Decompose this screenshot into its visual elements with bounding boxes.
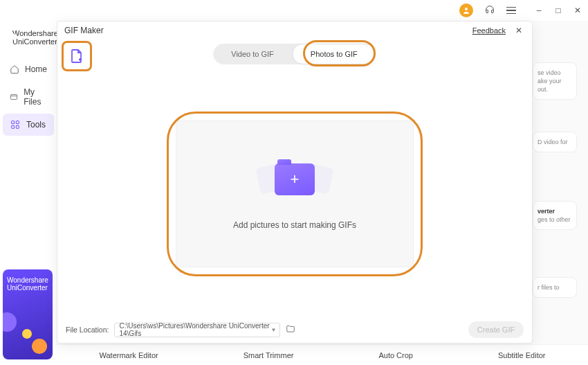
- modal-footer: File Location: C:\Users\ws\Pictures\Wond…: [57, 317, 532, 343]
- gif-maker-modal: GIF Maker Feedback ✕ Video to GIF Photos…: [57, 21, 533, 344]
- sidebar: Wondershare UniConverter Home My Files T…: [0, 21, 57, 365]
- maximize-button[interactable]: □: [553, 6, 563, 15]
- file-plus-icon: [68, 48, 85, 64]
- files-icon: [10, 91, 18, 103]
- close-window-button[interactable]: ✕: [573, 6, 582, 15]
- svg-rect-2: [12, 121, 15, 124]
- minimize-button[interactable]: –: [534, 6, 544, 15]
- svg-rect-4: [12, 125, 15, 128]
- modal-close-button[interactable]: ✕: [515, 26, 525, 35]
- home-icon: [10, 64, 19, 75]
- add-file-button[interactable]: [62, 41, 92, 71]
- brand-text: Wondershare UniConverter: [12, 29, 58, 46]
- feedback-link[interactable]: Feedback: [472, 26, 506, 35]
- user-icon: [462, 6, 470, 15]
- svg-rect-3: [16, 121, 19, 124]
- tool-auto-crop[interactable]: Auto Crop: [378, 351, 413, 359]
- bg-card: se video ake your out.: [533, 62, 577, 100]
- titlebar: – □ ✕: [0, 0, 588, 21]
- tools-icon: [10, 119, 21, 130]
- browse-folder-button[interactable]: [286, 324, 295, 336]
- nav-tools[interactable]: Tools: [3, 114, 54, 136]
- chevron-down-icon[interactable]: ▼: [271, 327, 277, 333]
- tool-subtitle-editor[interactable]: Subtitle Editor: [498, 351, 545, 359]
- nav-label: Home: [25, 64, 47, 74]
- file-location-label: File Location:: [66, 326, 109, 334]
- nav-home[interactable]: Home: [3, 58, 54, 80]
- brand: Wondershare UniConverter: [3, 26, 54, 48]
- bottom-tools-strip: Watermark Editor Smart Trimmer Auto Crop…: [57, 344, 588, 365]
- svg-rect-1: [11, 94, 17, 99]
- folder-illustration: [264, 158, 326, 206]
- nav-label: Tools: [26, 120, 46, 130]
- svg-point-0: [465, 8, 468, 10]
- bg-card: D video for: [533, 132, 577, 152]
- tab-video-to-gif[interactable]: Video to GIF: [213, 44, 292, 64]
- drop-text: Add pictures to start making GIFs: [233, 220, 356, 230]
- svg-rect-5: [16, 125, 19, 128]
- drop-area-highlight: Add pictures to start making GIFs: [167, 112, 423, 276]
- nav-myfiles[interactable]: My Files: [3, 82, 54, 112]
- modal-title: GIF Maker: [64, 26, 104, 35]
- nav-label: My Files: [24, 87, 47, 107]
- tool-watermark[interactable]: Watermark Editor: [100, 351, 158, 359]
- menu-icon[interactable]: [506, 7, 516, 15]
- bg-card: verterges to other: [533, 201, 577, 230]
- promo-banner[interactable]: Wondershare UniConverter: [3, 269, 53, 359]
- create-gif-button: Create GIF: [468, 321, 524, 338]
- file-location-input[interactable]: C:\Users\ws\Pictures\Wondershare UniConv…: [114, 323, 280, 337]
- bg-card: r files to: [533, 277, 577, 298]
- support-icon[interactable]: [484, 4, 495, 17]
- tool-smart-trimmer[interactable]: Smart Trimmer: [244, 351, 294, 359]
- drop-area[interactable]: Add pictures to start making GIFs: [176, 121, 414, 267]
- folder-plus-icon: [275, 163, 315, 195]
- user-avatar[interactable]: [459, 3, 473, 17]
- mode-tabs: Video to GIF Photos to GIF: [213, 44, 376, 64]
- tab-photos-to-gif[interactable]: Photos to GIF: [292, 44, 376, 64]
